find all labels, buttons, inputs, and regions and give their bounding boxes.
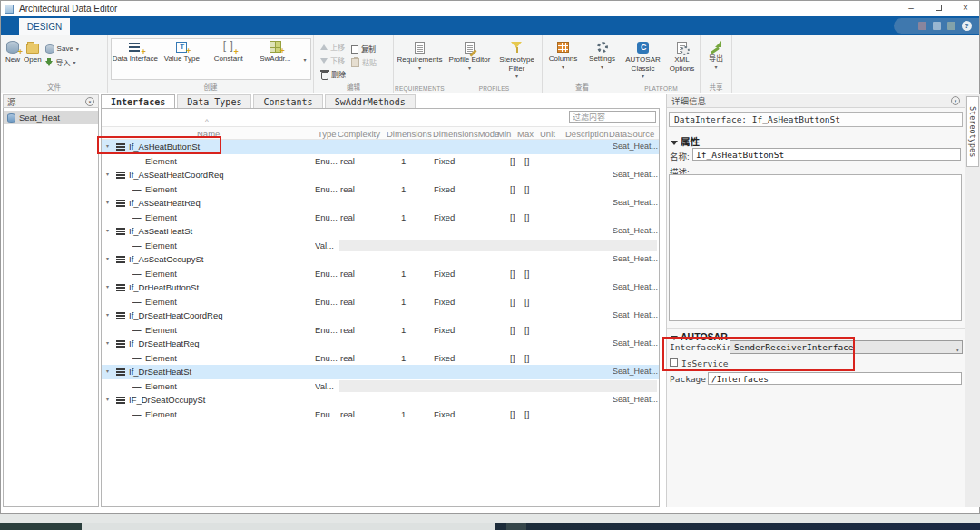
table-row-element[interactable]: —ElementEnu...real1Fixed[][] <box>102 407 659 422</box>
interface-kind-dropdown[interactable]: SenderReceiverInterface ▾ <box>730 340 963 354</box>
settings-button[interactable]: Settings ▾ <box>586 38 619 70</box>
taskbar-segment-left <box>0 523 82 530</box>
tab-interfaces[interactable]: Interfaces <box>101 94 175 108</box>
column-header-type[interactable]: Type <box>318 127 337 141</box>
chevron-down-icon[interactable]: ▾ <box>106 140 109 154</box>
chevron-down-icon[interactable]: ▾ <box>106 337 109 351</box>
table-row-element[interactable]: —ElementVal... <box>102 379 659 394</box>
name-field[interactable] <box>692 148 961 161</box>
move-down-button[interactable]: 下移 <box>320 54 346 67</box>
minimize-button[interactable]: – <box>897 1 925 16</box>
table-row-interface[interactable]: ▾If_DrHeatButtonStSeat_Heat... <box>102 280 659 295</box>
chevron-down-icon[interactable]: ▾ <box>106 309 109 323</box>
properties-section-header[interactable]: 属性 <box>667 134 965 148</box>
xml-options-button[interactable]: XML Options <box>666 38 699 79</box>
column-header-min[interactable]: Min <box>497 127 511 141</box>
table-row-interface[interactable]: ▾If_DrSeatHeatCoordReqSeat_Heat... <box>102 309 659 323</box>
open-button[interactable]: Open <box>24 38 42 69</box>
filter-input[interactable] <box>569 111 656 123</box>
copy-screenshot-icon[interactable] <box>933 22 941 30</box>
quick-action-icon-1[interactable] <box>918 22 926 30</box>
delete-button[interactable]: 删除 <box>320 67 346 81</box>
column-header-dimensionsmode[interactable]: DimensionsMode <box>433 127 499 141</box>
new-label: New <box>5 55 20 64</box>
table-row-element[interactable]: —ElementEnu...real1Fixed[][] <box>102 154 659 169</box>
profile-editor-button[interactable]: Profile Editor ▾ <box>449 38 491 79</box>
edit-group-label: 编辑 <box>314 82 393 92</box>
is-service-checkbox[interactable] <box>670 358 678 367</box>
chevron-down-icon[interactable]: ▾ <box>106 280 109 295</box>
import-dropdown-icon[interactable]: ▾ <box>74 60 76 65</box>
column-header-name[interactable]: Name <box>197 127 220 141</box>
export-button[interactable]: 导出 ▾ <box>701 38 731 70</box>
chevron-down-icon[interactable]: ▾ <box>106 224 109 239</box>
new-button[interactable]: + New <box>5 38 20 69</box>
table-row-interface[interactable]: ▾If_AsSeatHeatReqSeat_Heat... <box>102 196 659 211</box>
data-interface-button[interactable]: + Data Interface <box>112 39 159 79</box>
tab-design[interactable]: DESIGN <box>19 18 70 35</box>
chevron-down-icon[interactable]: ▾ <box>106 196 109 211</box>
table-row-interface[interactable]: ▾If_AsHeatButtonStSeat_Heat... <box>102 140 659 154</box>
table-row-interface[interactable]: ▾If_DrSeatHeatStSeat_Heat... <box>102 365 659 379</box>
create-gallery-dropdown[interactable]: ▾ <box>299 39 310 79</box>
sort-ascending-icon[interactable]: ^ <box>205 117 209 125</box>
autosar-classic-button[interactable]: AUTOSAR Classic ▾ <box>624 38 662 79</box>
table-row-interface[interactable]: ▾If_AsSeatOccupyStSeat_Heat... <box>102 252 659 267</box>
column-header-description[interactable]: Description <box>565 127 609 141</box>
copy-button[interactable]: 复制 <box>351 42 377 55</box>
title-bar: Architectural Data Editor – × <box>1 1 979 16</box>
interface-icon <box>116 143 125 145</box>
quick-action-icon-2[interactable] <box>947 22 956 30</box>
columns-button[interactable]: Columns ▾ <box>546 38 581 70</box>
table-row-element[interactable]: —ElementEnu...real1Fixed[][] <box>102 267 659 281</box>
requirements-group-label: REQUIREMENTS <box>394 85 446 92</box>
tab-swaddrmethods[interactable]: SwAddrMethods <box>325 94 416 108</box>
table-row-element[interactable]: —ElementEnu...real1Fixed[][] <box>102 323 659 338</box>
cell-dimensions: 1 <box>401 407 406 422</box>
import-button[interactable]: 导入 ▾ <box>45 55 79 69</box>
table-row-interface[interactable]: ▾If_AsSeatHeatCoordReqSeat_Heat... <box>102 168 659 182</box>
maximize-button[interactable] <box>925 1 952 16</box>
value-type-button[interactable]: + Value Type <box>159 39 206 79</box>
cell-min: [] <box>510 351 514 366</box>
chevron-down-icon[interactable]: ▾ <box>106 365 109 379</box>
close-button[interactable]: × <box>952 1 979 16</box>
stereotype-filter-button[interactable]: Stereotype Filter ▾ <box>495 38 540 79</box>
save-button[interactable]: Save ▾ <box>45 42 79 55</box>
table-row-interface[interactable]: ▾If_DrSeatHeatReqSeat_Heat... <box>102 337 659 351</box>
table-row-element[interactable]: —ElementVal... <box>102 239 659 253</box>
import-icon <box>45 58 54 67</box>
table-row-element[interactable]: —ElementEnu...real1Fixed[][] <box>102 211 659 225</box>
column-header-dimensions[interactable]: Dimensions <box>387 127 432 141</box>
chevron-down-icon[interactable]: ▾ <box>106 168 109 182</box>
chevron-down-icon[interactable]: ▾ <box>106 252 109 267</box>
table-row-interface[interactable]: ▾If_AsSeatHeatStSeat_Heat... <box>102 224 659 239</box>
sw-addr-method-button[interactable]: + SwAddr... <box>252 39 299 79</box>
column-header-max[interactable]: Max <box>517 127 534 141</box>
paste-button[interactable]: 粘贴 <box>351 55 377 69</box>
export-icon <box>710 41 721 53</box>
chevron-down-icon[interactable]: ▾ <box>106 393 109 407</box>
column-header-datasource[interactable]: DataSource <box>609 127 654 141</box>
description-field[interactable] <box>669 174 962 321</box>
collapse-panel-icon[interactable]: ▾ <box>85 97 94 106</box>
taskbar-app-icon[interactable] <box>506 523 526 530</box>
column-header-complexity[interactable]: Complexity <box>338 127 380 141</box>
tab-stereotypes[interactable]: Stereotypes <box>966 96 979 167</box>
tab-data-types[interactable]: Data Types <box>177 94 251 108</box>
collapse-details-icon[interactable]: ▾ <box>951 96 960 105</box>
package-field[interactable] <box>708 372 962 385</box>
table-row-element[interactable]: —ElementEnu...real1Fixed[][] <box>102 351 659 366</box>
save-dropdown-icon[interactable]: ▾ <box>76 46 79 52</box>
move-up-button[interactable]: 上移 <box>320 40 346 54</box>
requirements-button[interactable]: Requirements ▾ <box>394 38 446 71</box>
tab-constants[interactable]: Constants <box>253 94 322 108</box>
help-icon[interactable]: ? <box>962 21 972 31</box>
element-name: Element <box>145 351 177 366</box>
constant-button[interactable]: + Constant <box>205 39 252 79</box>
table-row-element[interactable]: —ElementEnu...real1Fixed[][] <box>102 182 659 197</box>
table-row-element[interactable]: —ElementEnu...real1Fixed[][] <box>102 295 659 309</box>
column-header-unit[interactable]: Unit <box>540 127 555 141</box>
tree-item-seat-heat[interactable]: Seat_Heat <box>4 111 98 124</box>
table-row-interface[interactable]: ▾IF_DrSeatOccupyStSeat_Heat... <box>102 393 659 407</box>
